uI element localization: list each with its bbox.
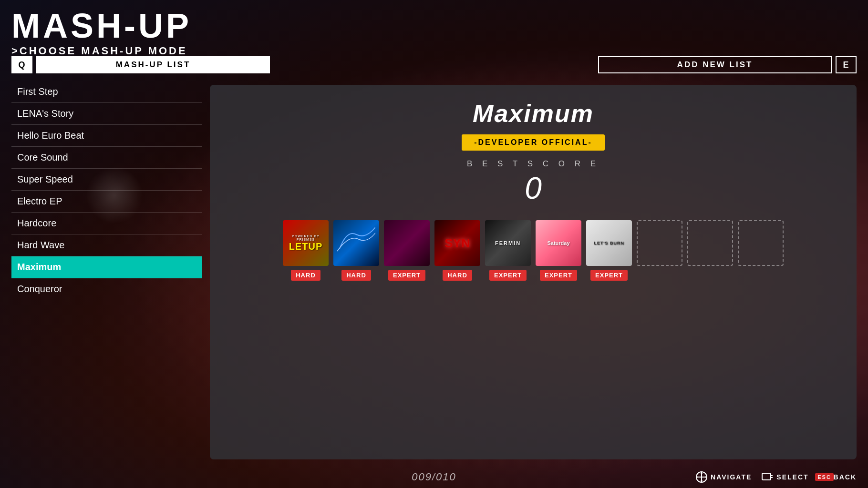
q-key-button[interactable]: Q [11, 56, 32, 73]
song-card-letup[interactable]: POWERED BY PRISMSS LETUP HARD [283, 220, 329, 281]
sidebar-item-super-speed[interactable]: Super Speed [11, 169, 202, 191]
footer: 009/010 NAVIGATE [0, 471, 868, 483]
navigate-icon [695, 471, 708, 483]
song-art-empty-1 [637, 220, 682, 266]
songs-row: POWERED BY PRISMSS LETUP HARD [283, 220, 784, 281]
sidebar-item-core-sound[interactable]: Core Sound [11, 147, 202, 169]
sidebar-item-hardcore[interactable]: Hardcore [11, 213, 202, 234]
song-card-letsburn[interactable]: LET'S BURN EXPERT [586, 220, 632, 281]
navigate-label: NAVIGATE [711, 473, 752, 481]
sidebar-item-conqueror[interactable]: Conqueror [11, 278, 202, 300]
song-art-syn: SYN [434, 220, 480, 266]
page-subtitle: >CHOOSE MASH-UP MODE [11, 45, 857, 57]
song-card-speed[interactable]: HARD [333, 220, 379, 281]
difficulty-badge-fermin: EXPERT [489, 270, 527, 281]
song-card-fermin[interactable]: FERMIN EXPERT [485, 220, 531, 281]
difficulty-badge-speed: HARD [341, 270, 371, 281]
sidebar-item-hello-euro-beat[interactable]: Hello Euro Beat [11, 125, 202, 147]
song-card-saturday[interactable]: Saturday EXPERT [536, 220, 581, 281]
back-label: BACK [834, 473, 857, 481]
e-key-button[interactable]: E [836, 56, 857, 73]
song-card-empty-1[interactable] [637, 220, 682, 266]
song-card-dark[interactable]: EXPERT [384, 220, 430, 281]
song-card-empty-2[interactable] [687, 220, 733, 266]
back-control: ESC BACK [818, 471, 857, 483]
sidebar-item-maximum[interactable]: Maximum [11, 256, 202, 278]
sidebar-item-electro-ep[interactable]: Electro EP [11, 191, 202, 213]
best-score-label: B E S T S C O R E [467, 159, 599, 169]
song-art-empty-2 [687, 220, 733, 266]
difficulty-badge-saturday: EXPERT [540, 270, 577, 281]
sidebar-item-hard-wave[interactable]: Hard Wave [11, 234, 202, 256]
difficulty-badge-dark: EXPERT [388, 270, 425, 281]
sidebar-item-lenas-story[interactable]: LENA's Story [11, 103, 202, 125]
song-card-syn[interactable]: SYN HARD [434, 220, 480, 281]
developer-badge: -DEVELOPER OFFICIAL- [462, 134, 605, 151]
page-title: MASH-UP [11, 9, 857, 43]
song-art-letup: POWERED BY PRISMSS LETUP [283, 220, 329, 266]
difficulty-badge-letsburn: EXPERT [590, 270, 628, 281]
mash-up-list-bar[interactable]: MASH-UP LIST [36, 56, 270, 73]
navigate-control: NAVIGATE [695, 471, 752, 483]
esc-icon: ESC [818, 471, 831, 483]
sidebar: First Step LENA's Story Hello Euro Beat … [11, 81, 202, 300]
song-art-dark [384, 220, 430, 266]
main-panel: Maximum -DEVELOPER OFFICIAL- B E S T S C… [210, 85, 857, 459]
song-art-saturday: Saturday [536, 220, 581, 266]
controls-right: NAVIGATE SELECT ESC BACK [695, 471, 857, 483]
song-art-speed [333, 220, 379, 266]
select-control: SELECT [761, 471, 808, 483]
panel-title: Maximum [473, 99, 594, 128]
difficulty-badge-letup: HARD [291, 270, 320, 281]
song-art-empty-3 [738, 220, 784, 266]
song-art-fermin: FERMIN [485, 220, 531, 266]
select-icon [761, 471, 774, 483]
svg-rect-7 [762, 473, 771, 480]
main-container: MASH-UP >CHOOSE MASH-UP MODE Q MASH-UP L… [0, 0, 868, 488]
top-bar: Q MASH-UP LIST ADD NEW LIST E [0, 56, 868, 73]
best-score-value: 0 [525, 171, 542, 206]
page-counter: 009/010 [412, 471, 456, 483]
select-label: SELECT [776, 473, 808, 481]
song-art-letsburn: LET'S BURN [586, 220, 632, 266]
header: MASH-UP >CHOOSE MASH-UP MODE [0, 0, 868, 57]
sidebar-item-first-step[interactable]: First Step [11, 81, 202, 103]
song-card-empty-3[interactable] [738, 220, 784, 266]
add-new-list-button[interactable]: ADD NEW LIST [598, 56, 832, 73]
difficulty-badge-syn: HARD [443, 270, 472, 281]
